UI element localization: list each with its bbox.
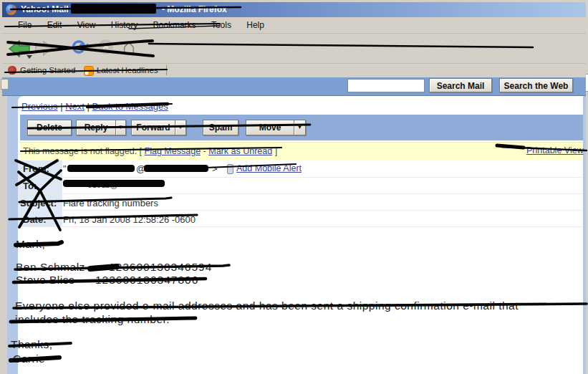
delete-button[interactable]: Delete [27, 120, 72, 135]
menu-item-bookmarks[interactable]: Bookmarks [147, 18, 203, 33]
from-redaction-2 [144, 165, 208, 172]
date-value: Fri, 18 Jan 2008 12:58:26 -0600 [63, 214, 196, 225]
menu-item-help[interactable]: Help [240, 18, 271, 33]
getting-started-icon [8, 66, 16, 75]
add-mobile-alert-link[interactable]: Add Mobile Alert [236, 163, 302, 173]
move-button[interactable]: Move [246, 120, 294, 135]
to-label: To: [23, 181, 37, 191]
home-icon[interactable]: ⌂ [122, 34, 135, 59]
stop-icon[interactable]: ✕ [98, 39, 113, 54]
bookmarks-toolbar: Getting Started Latest Headlines [2, 64, 586, 78]
printable-view-link[interactable]: Printable View [526, 145, 584, 155]
message-nav: Previous | Next | Back to Messages [21, 101, 168, 112]
body-greeting: Mark, [16, 238, 45, 251]
window-title-suffix: - Mozilla Firefox [162, 2, 227, 17]
menu-item-tools[interactable]: Tools [205, 18, 238, 33]
bracket-close: ] [275, 146, 277, 156]
menubar: File Edit View History Bookmarks Tools H… [2, 18, 586, 34]
from-redaction-1 [67, 165, 135, 172]
bookmark-getting-started[interactable]: Getting Started [20, 64, 75, 77]
flag-message-link[interactable]: Flag Message [145, 146, 201, 156]
forward-icon[interactable] [34, 39, 54, 57]
bookmarks-separator [166, 65, 167, 75]
browser-window: Yahoo! Mail - - Mozilla Firefox File Edi… [0, 0, 588, 374]
mail-search-input[interactable] [347, 79, 425, 92]
menu-item-view[interactable]: View [71, 18, 102, 33]
back-to-messages-link[interactable]: Back to Messages [92, 101, 168, 112]
bracket-open: [ [140, 146, 142, 156]
body-paragraph-line2: includes the tracking number. [15, 313, 170, 326]
forward-dropdown-button[interactable]: ▼ [175, 120, 186, 135]
rss-icon [84, 66, 94, 76]
previous-link[interactable]: Previous [21, 101, 58, 112]
flag-bar: This message is not flagged. [ Flag Mess… [20, 142, 583, 160]
mark-as-unread-link[interactable]: Mark as Unread [208, 146, 272, 156]
body-paragraph-line1: Everyone else provided e-mail addresses … [15, 299, 519, 312]
firefox-icon [6, 4, 16, 15]
flag-dash: - [203, 146, 206, 156]
flag-status-text: This message is not flagged. [23, 146, 137, 156]
row-divider [18, 193, 583, 194]
subject-value: Flare tracking numbers [63, 198, 158, 208]
navigation-toolbar: ⟳ ✕ ⌂ Y! ▼ ▶ Y! [2, 34, 586, 64]
from-close-fragment: > [212, 163, 218, 174]
from-quote-fragment: " [63, 163, 67, 174]
window-title-prefix: Yahoo! Mail - [21, 2, 74, 17]
search-web-button[interactable]: Search the Web [499, 78, 573, 92]
row-divider [18, 226, 583, 227]
body-closing: Thanks, [11, 338, 53, 351]
reply-dropdown-button[interactable]: ▼ [115, 120, 126, 135]
menu-item-file[interactable]: File [11, 18, 38, 33]
nav-separator-1: | [60, 101, 62, 112]
recipient-name: Ben Schmalz [16, 261, 85, 274]
date-label: Date: [23, 214, 47, 225]
from-label: From: [23, 163, 49, 174]
sidebar-collapse-tab[interactable] [1, 79, 9, 90]
row-divider [18, 210, 583, 211]
mail-search-band [2, 77, 586, 96]
window-titlebar[interactable]: Yahoo! Mail - - Mozilla Firefox [2, 2, 586, 17]
subject-label: Subject: [20, 198, 57, 208]
to-redaction [63, 180, 165, 187]
menu-item-history[interactable]: History [105, 18, 144, 33]
search-mail-button[interactable]: Search Mail [429, 78, 492, 92]
move-dropdown-button[interactable]: ▼ [294, 120, 306, 135]
back-icon[interactable] [7, 37, 33, 60]
forward-button[interactable]: Forward [131, 120, 175, 135]
spam-button[interactable]: Spam [203, 120, 238, 135]
tracking-number: 123600130346594 [109, 261, 212, 274]
reply-button[interactable]: Reply [76, 120, 116, 135]
body-signature: Carrie [13, 353, 45, 365]
row-divider [18, 177, 583, 178]
reload-icon[interactable]: ⟳ [72, 35, 89, 59]
menu-item-edit[interactable]: Edit [41, 18, 69, 33]
bookmark-latest-headlines[interactable]: Latest Headlines [97, 64, 158, 77]
nav-separator-2: | [87, 101, 90, 112]
recipient-name: Steve Bliss [16, 274, 74, 287]
tracking-number: 123600130347806 [95, 274, 198, 287]
next-link[interactable]: Next [65, 101, 85, 112]
mobile-phone-icon [227, 164, 233, 174]
